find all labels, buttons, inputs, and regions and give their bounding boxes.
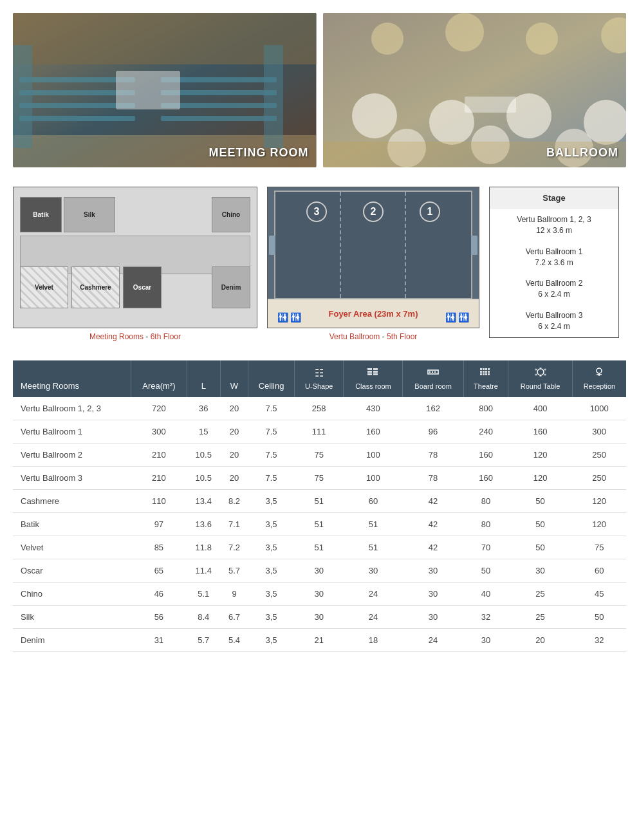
legend-item-2: Vertu Ballroom 2 6 x 2.4 m [490, 273, 618, 305]
th-w: W [220, 360, 248, 397]
ushape-label: U-Shape [305, 382, 333, 390]
roundtable-label: Round Table [521, 382, 560, 390]
capacity-section: Meeting Rooms Area(m²) L W Ceiling ☷ U-S… [13, 360, 626, 652]
table-cell-5-8: 80 [463, 513, 508, 536]
table-cell-3-8: 160 [463, 467, 508, 490]
th-roundtable: Round Table [508, 360, 573, 397]
batik-room: Batik [20, 197, 62, 232]
table-cell-0-4: 7.5 [248, 397, 295, 420]
table-cell-10-9: 20 [508, 629, 573, 652]
table-cell-4-0: Cashmere [13, 490, 131, 513]
svg-point-19 [352, 93, 397, 138]
svg-rect-42 [480, 371, 482, 373]
svg-point-17 [526, 23, 558, 55]
table-cell-7-4: 3,5 [248, 559, 295, 583]
th-boardroom: Board room [403, 360, 463, 397]
table-cell-8-0: Chino [13, 583, 131, 606]
svg-rect-10 [116, 71, 180, 109]
table-cell-4-4: 3,5 [248, 490, 295, 513]
table-cell-2-10: 250 [572, 443, 626, 467]
table-cell-4-5: 51 [294, 490, 344, 513]
table-cell-9-1: 56 [131, 606, 187, 629]
table-cell-8-8: 40 [463, 583, 508, 606]
table-cell-2-2: 10.5 [187, 443, 220, 467]
table-cell-5-10: 120 [572, 513, 626, 536]
denim-room: Denim [212, 266, 250, 308]
svg-rect-31 [373, 368, 378, 370]
table-cell-3-9: 120 [508, 467, 573, 490]
table-cell-9-6: 24 [344, 606, 403, 629]
table-cell-10-3: 5.4 [220, 629, 248, 652]
table-row: Vertu Ballroom 221010.5207.5751007816012… [13, 443, 626, 467]
table-cell-7-5: 30 [294, 559, 344, 583]
table-cell-0-7: 162 [403, 397, 463, 420]
theatre-label: Theatre [474, 382, 498, 390]
table-cell-7-0: Oscar [13, 559, 131, 583]
table-cell-7-9: 30 [508, 559, 573, 583]
table-cell-9-5: 30 [294, 606, 344, 629]
th-reception: Reception [572, 360, 626, 397]
photos-section: MEETING ROOM [13, 13, 626, 167]
table-cell-0-9: 400 [508, 397, 573, 420]
table-cell-0-5: 258 [294, 397, 344, 420]
table-row: Cashmere11013.48.23,55160428050120 [13, 490, 626, 513]
table-cell-2-3: 20 [220, 443, 248, 467]
table-cell-8-6: 24 [344, 583, 403, 606]
table-cell-8-4: 3,5 [248, 583, 295, 606]
th-ushape: ☷ U-Shape [294, 360, 344, 397]
table-cell-8-2: 5.1 [187, 583, 220, 606]
silk-room: Silk [64, 197, 115, 232]
table-cell-1-8: 240 [463, 420, 508, 443]
table-cell-4-2: 13.4 [187, 490, 220, 513]
table-cell-6-4: 3,5 [248, 536, 295, 559]
table-cell-0-1: 720 [131, 397, 187, 420]
svg-rect-46 [480, 373, 482, 375]
table-cell-4-7: 42 [403, 490, 463, 513]
svg-rect-45 [488, 371, 490, 373]
table-cell-9-10: 50 [572, 606, 626, 629]
table-row: Velvet8511.87.23,5515142705075 [13, 536, 626, 559]
table-header-row: Meeting Rooms Area(m²) L W Ceiling ☷ U-S… [13, 360, 626, 397]
ushape-icon: ☷ [300, 367, 338, 379]
ballroom-floorplan-label: Vertu Ballroom - 5th Floor [329, 332, 418, 341]
table-cell-8-7: 30 [403, 583, 463, 606]
table-cell-9-7: 30 [403, 606, 463, 629]
table-cell-1-6: 160 [344, 420, 403, 443]
table-cell-6-6: 51 [344, 536, 403, 559]
table-cell-2-5: 75 [294, 443, 344, 467]
table-cell-5-1: 97 [131, 513, 187, 536]
table-cell-6-2: 11.8 [187, 536, 220, 559]
svg-rect-35 [429, 371, 431, 373]
svg-point-54 [544, 374, 546, 376]
restroom-right-icons: 🚻🚻 [445, 312, 469, 322]
table-cell-8-3: 9 [220, 583, 248, 606]
floorplans-section: Batik Silk Chino Velvet Cashmere Oscar D… [13, 187, 626, 341]
svg-rect-32 [373, 371, 378, 373]
table-cell-3-6: 100 [344, 467, 403, 490]
svg-rect-9 [161, 116, 277, 121]
table-cell-2-7: 78 [403, 443, 463, 467]
table-cell-6-7: 42 [403, 536, 463, 559]
table-cell-8-5: 30 [294, 583, 344, 606]
classroom-label: Class room [355, 382, 391, 390]
table-cell-10-10: 32 [572, 629, 626, 652]
svg-point-56 [535, 374, 537, 376]
table-cell-2-1: 210 [131, 443, 187, 467]
table-cell-9-8: 32 [463, 606, 508, 629]
table-cell-4-8: 80 [463, 490, 508, 513]
table-cell-9-4: 3,5 [248, 606, 295, 629]
table-cell-10-7: 24 [403, 629, 463, 652]
svg-rect-29 [367, 371, 372, 373]
table-cell-0-0: Vertu Ballroom 1, 2, 3 [13, 397, 131, 420]
table-cell-10-1: 31 [131, 629, 187, 652]
table-cell-1-1: 300 [131, 420, 187, 443]
table-cell-4-9: 50 [508, 490, 573, 513]
table-cell-1-9: 160 [508, 420, 573, 443]
svg-rect-28 [367, 368, 372, 370]
table-cell-6-1: 85 [131, 536, 187, 559]
svg-rect-48 [485, 373, 487, 375]
table-cell-3-10: 250 [572, 467, 626, 490]
svg-rect-39 [483, 368, 485, 370]
table-cell-7-1: 65 [131, 559, 187, 583]
legend-table: Stage Vertu Ballroom 1, 2, 3 12 x 3.6 m … [489, 187, 619, 338]
